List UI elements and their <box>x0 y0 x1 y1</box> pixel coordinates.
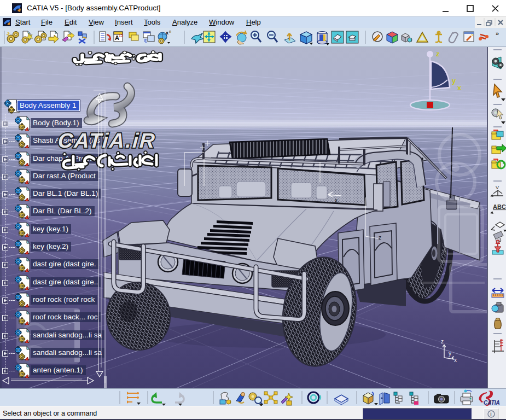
svg-text:n: n <box>169 30 171 33</box>
svg-text:ABC: ABC <box>493 203 506 210</box>
svg-text:»: » <box>496 30 499 37</box>
svg-text:x: x <box>166 30 168 36</box>
svg-text:z: z <box>441 339 444 345</box>
svg-text:i: i <box>490 411 492 417</box>
svg-text:x: x <box>454 357 457 363</box>
svg-text:CATIA: CATIA <box>484 400 500 406</box>
svg-text:15: 15 <box>119 33 123 37</box>
svg-text:y: y <box>449 351 451 357</box>
svg-text:V: V <box>496 185 499 190</box>
svg-text:CATiA.iR: CATiA.iR <box>57 129 157 152</box>
